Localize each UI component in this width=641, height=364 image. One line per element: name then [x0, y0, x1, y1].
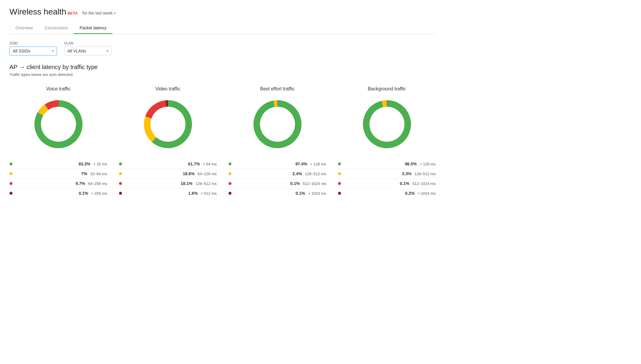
legend-range: < 32 ms — [93, 162, 107, 166]
legend-dot — [9, 182, 12, 185]
chart-title-voice: Voice traffic — [46, 86, 70, 92]
page-header: Wireless healthBETA for the last week ▾ — [9, 7, 436, 17]
donut-background — [360, 98, 414, 151]
legend-item: 96.5%< 128 ms — [338, 159, 436, 169]
legend-dot — [119, 162, 122, 165]
legend-item: 7%32–64 ms — [9, 169, 107, 179]
legend-range: 32–64 ms — [90, 172, 107, 176]
legend-dot — [9, 192, 12, 195]
tab-packet-latency[interactable]: Packet latency — [74, 23, 112, 34]
tab-bar: Overview Connections Packet latency — [9, 23, 436, 34]
legend-dot — [338, 192, 341, 195]
legend-pct: 0.1% — [288, 181, 300, 186]
chevron-down-icon: ▾ — [114, 12, 115, 15]
legend-range: 64–256 ms — [88, 181, 107, 186]
legend-pct: 0.1% — [293, 191, 305, 196]
legend-item: 0.1%> 256 ms — [9, 189, 107, 198]
legend-pct: 2.4% — [290, 171, 302, 176]
legend-dot — [229, 182, 231, 185]
chart-title-video: Video traffic — [156, 86, 180, 92]
ssid-filter-group: SSID All SSIDs ▾ — [9, 41, 57, 55]
vlan-filter-group: VLAN All VLANs ▾ — [64, 41, 112, 55]
legend-pct: 3.3% — [399, 171, 411, 176]
legend-item: 2.4%128–512 ms — [229, 169, 326, 179]
legend-item: 0.2%> 1024 ms — [338, 189, 436, 198]
legend-dot — [9, 162, 12, 165]
time-selector[interactable]: for the last week ▾ — [82, 11, 115, 15]
charts-row: Voice traffic83.3%< 32 ms7%32–64 ms9.7%6… — [9, 86, 436, 198]
legend-range: 64–128 ms — [198, 172, 217, 176]
legend-pct: 97.4% — [295, 162, 307, 166]
legend-range: < 128 ms — [310, 162, 326, 166]
legend-item: 18.6%64–128 ms — [119, 169, 217, 179]
legend-item: 3.3%128–512 ms — [338, 169, 436, 179]
vlan-chevron-icon: ▾ — [107, 49, 108, 53]
legend-pct: 1.6% — [186, 191, 198, 196]
legend-range: 512–1024 ms — [412, 181, 436, 186]
donut-video — [141, 98, 195, 151]
legend-item: 97.4%< 128 ms — [229, 159, 326, 169]
legend-range: > 1024 ms — [418, 191, 436, 196]
legend-pct: 0.1% — [76, 191, 88, 196]
legend-pct: 0.1% — [397, 181, 409, 186]
legend-video: 61.7%< 64 ms18.6%64–128 ms18.1%128–512 m… — [119, 159, 217, 198]
legend-pct: 0.2% — [403, 191, 415, 196]
legend-item: 9.7%64–256 ms — [9, 179, 107, 189]
legend-range: > 1024 ms — [308, 191, 326, 196]
legend-range: > 512 ms — [201, 191, 217, 196]
legend-dot — [119, 182, 122, 185]
donut-best-effort — [251, 98, 304, 151]
section-subtitle: Traffic types below are auto detected. — [9, 72, 436, 77]
ssid-select[interactable]: All SSIDs ▾ — [9, 47, 57, 55]
legend-dot — [338, 162, 341, 165]
legend-dot — [119, 192, 122, 195]
legend-pct: 83.3% — [78, 162, 90, 166]
legend-range: > 256 ms — [91, 191, 107, 196]
donut-voice — [32, 98, 85, 151]
legend-pct: 96.5% — [405, 162, 417, 166]
legend-item: 0.1%512–1024 ms — [229, 179, 326, 189]
chart-card-best-effort: Best effort traffic97.4%< 128 ms2.4%128–… — [229, 86, 326, 198]
legend-pct: 9.7% — [73, 181, 85, 186]
legend-range: 512–1024 ms — [303, 181, 326, 186]
ssid-label: SSID — [9, 41, 57, 45]
main-page: Wireless healthBETA for the last week ▾ … — [0, 0, 445, 205]
legend-dot — [338, 182, 341, 185]
chart-card-background: Background traffic96.5%< 128 ms3.3%128–5… — [338, 86, 436, 198]
legend-range: 128–512 ms — [195, 181, 217, 186]
legend-range: < 64 ms — [203, 162, 217, 166]
legend-dot — [119, 172, 122, 175]
vlan-label: VLAN — [64, 41, 112, 45]
legend-range: 128–512 ms — [414, 172, 436, 176]
legend-item: 0.1%> 1024 ms — [229, 189, 326, 198]
legend-dot — [229, 162, 231, 165]
legend-item: 18.1%128–512 ms — [119, 179, 217, 189]
section-title: AP → client latency by traffic type — [9, 64, 436, 71]
vlan-select[interactable]: All VLANs ▾ — [64, 47, 112, 55]
page-title: Wireless healthBETA — [9, 7, 78, 17]
legend-voice: 83.3%< 32 ms7%32–64 ms9.7%64–256 ms0.1%>… — [9, 159, 107, 198]
legend-range: < 128 ms — [420, 162, 436, 166]
legend-dot — [229, 192, 231, 195]
legend-background: 96.5%< 128 ms3.3%128–512 ms0.1%512–1024 … — [338, 159, 436, 198]
filter-row: SSID All SSIDs ▾ VLAN All VLANs ▾ — [9, 41, 436, 55]
chart-title-best-effort: Best effort traffic — [260, 86, 295, 92]
legend-best-effort: 97.4%< 128 ms2.4%128–512 ms0.1%512–1024 … — [229, 159, 326, 198]
legend-item: 61.7%< 64 ms — [119, 159, 217, 169]
legend-pct: 18.6% — [183, 171, 195, 176]
legend-item: 83.3%< 32 ms — [9, 159, 107, 169]
chart-card-voice: Voice traffic83.3%< 32 ms7%32–64 ms9.7%6… — [9, 86, 107, 198]
tab-overview[interactable]: Overview — [9, 23, 39, 34]
tab-connections[interactable]: Connections — [39, 23, 74, 34]
legend-pct: 18.1% — [180, 181, 192, 186]
legend-dot — [229, 172, 231, 175]
legend-pct: 7% — [75, 171, 87, 176]
legend-item: 1.6%> 512 ms — [119, 189, 217, 198]
legend-item: 0.1%512–1024 ms — [338, 179, 436, 189]
chart-title-background: Background traffic — [368, 86, 406, 92]
ssid-chevron-icon: ▾ — [52, 49, 54, 53]
chart-card-video: Video traffic61.7%< 64 ms18.6%64–128 ms1… — [119, 86, 217, 198]
legend-range: 128–512 ms — [305, 172, 326, 176]
legend-pct: 61.7% — [188, 162, 200, 166]
legend-dot — [9, 172, 12, 175]
